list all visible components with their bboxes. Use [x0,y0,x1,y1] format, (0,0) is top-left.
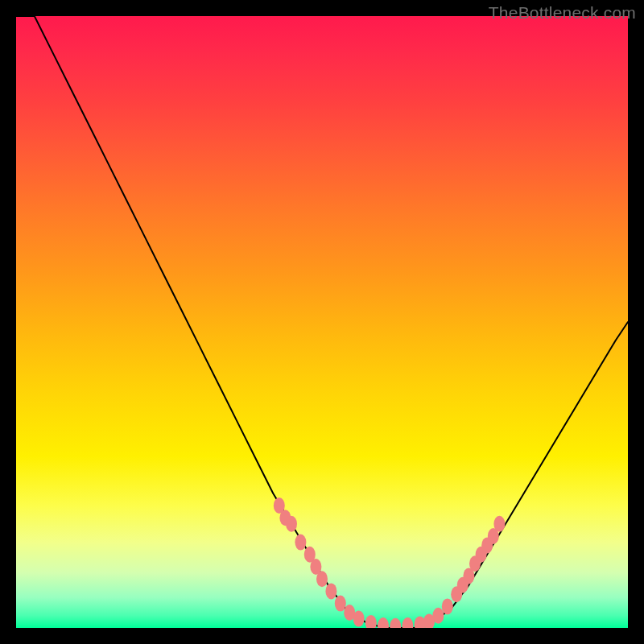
watermark-text: TheBottleneck.com [489,3,636,23]
plot-gradient-background [16,16,628,628]
chart-frame: TheBottleneck.com [0,0,644,644]
